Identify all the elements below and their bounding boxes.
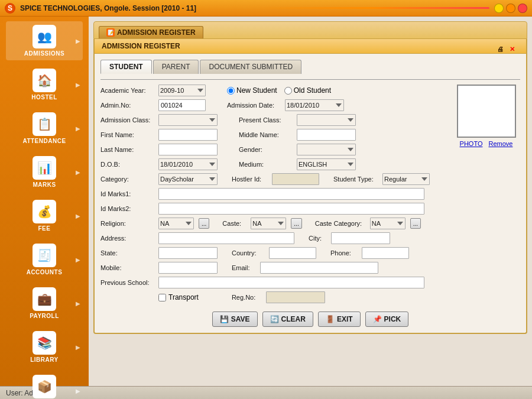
tab-parent[interactable]: PARENT bbox=[153, 60, 199, 74]
label-category: Category: bbox=[100, 176, 154, 183]
tab-student[interactable]: STUDENT bbox=[100, 60, 152, 74]
sidebar-item-admissions[interactable]: 👥 ADMISSIONS ▶ bbox=[6, 21, 83, 60]
content-area: 📝 ADMISSION REGISTER ADMISSION REGISTER … bbox=[89, 17, 532, 386]
card-close-icon[interactable]: ✕ bbox=[507, 44, 517, 54]
input-mobile[interactable] bbox=[158, 262, 218, 274]
select-dob[interactable]: 18/01/2010 bbox=[158, 158, 218, 170]
sidebar-label-payroll: PAYROLL bbox=[30, 313, 59, 319]
select-admission-date[interactable]: 18/01/2010 bbox=[285, 99, 344, 111]
row-lastname: Last Name: Gender: bbox=[100, 144, 447, 155]
stores-icon: 📦 bbox=[33, 375, 56, 398]
row-address: Address: City: bbox=[100, 232, 447, 244]
input-id-marks2[interactable] bbox=[158, 203, 424, 215]
sidebar-item-payroll[interactable]: 💼 PAYROLL ▶ bbox=[6, 284, 83, 323]
label-mobile: Mobile: bbox=[100, 264, 154, 271]
row-transport: Transport Reg.No: bbox=[100, 291, 447, 303]
select-medium[interactable]: ENGLISH bbox=[297, 158, 356, 170]
input-phone[interactable] bbox=[362, 247, 409, 259]
sidebar-item-library[interactable]: 📚 LIBRARY ▶ bbox=[6, 327, 83, 366]
btn-caste-cat-add[interactable]: ... bbox=[410, 218, 421, 229]
sidebar-arrow-marks: ▶ bbox=[76, 169, 80, 176]
sidebar-arrow-accounts: ▶ bbox=[76, 257, 80, 263]
minimize-button[interactable] bbox=[494, 4, 504, 13]
inner-tabs: STUDENT PARENT DOCUMENT SUBMITTED bbox=[100, 60, 520, 74]
tab-documents[interactable]: DOCUMENT SUBMITTED bbox=[200, 60, 301, 74]
select-caste[interactable]: NA bbox=[251, 218, 286, 229]
select-category[interactable]: DayScholar bbox=[158, 173, 218, 185]
radio-new-student[interactable]: New Student bbox=[227, 86, 277, 95]
checkbox-transport-label[interactable]: Transport bbox=[158, 293, 199, 301]
input-country[interactable] bbox=[269, 247, 316, 259]
label-caste: Caste: bbox=[222, 220, 246, 227]
exit-icon: 🚪 bbox=[326, 315, 335, 323]
label-phone: Phone: bbox=[330, 249, 357, 257]
sidebar-item-attendance[interactable]: 📋 ATTENDANCE ▶ bbox=[6, 109, 83, 148]
clear-button[interactable]: 🔄 CLEAR bbox=[262, 312, 313, 327]
sidebar-item-hostel[interactable]: 🏠 HOSTEL ▶ bbox=[6, 65, 83, 104]
exit-button[interactable]: 🚪 EXIT bbox=[318, 312, 361, 327]
label-caste-category: Caste Category: bbox=[315, 220, 365, 227]
label-reg-no: Reg.No: bbox=[232, 294, 261, 301]
save-button[interactable]: 💾 SAVE bbox=[212, 312, 258, 327]
pick-icon: 📌 bbox=[373, 315, 382, 323]
sidebar-item-fee[interactable]: 💰 FEE ▶ bbox=[6, 196, 83, 235]
input-id-marks1[interactable] bbox=[158, 188, 424, 200]
row-firstname: First Name: Middle Name: bbox=[100, 129, 447, 141]
input-middle-name[interactable] bbox=[297, 129, 356, 141]
row-state: State: Country: Phone: bbox=[100, 247, 447, 259]
module-tab-admission[interactable]: 📝 ADMISSION REGISTER bbox=[99, 26, 203, 38]
label-state: State: bbox=[100, 249, 154, 257]
photo-area: PHOTO Remove bbox=[452, 85, 520, 147]
select-present-class[interactable] bbox=[297, 114, 356, 126]
label-last-name: Last Name: bbox=[100, 146, 154, 153]
sidebar-label-library: LIBRARY bbox=[30, 356, 59, 363]
radio-old-student[interactable]: Old Student bbox=[284, 86, 331, 95]
input-hostler-id[interactable] bbox=[272, 173, 319, 185]
sidebar-arrow-admissions: ▶ bbox=[76, 38, 80, 44]
input-reg-no[interactable] bbox=[266, 291, 325, 303]
photo-remove-link[interactable]: Remove bbox=[488, 140, 512, 147]
accounts-icon: 🧾 bbox=[33, 244, 56, 267]
input-admin-no[interactable] bbox=[158, 99, 206, 111]
label-id-marks2: Id Marks2: bbox=[100, 205, 154, 212]
sidebar-item-accounts[interactable]: 🧾 ACCOUNTS ▶ bbox=[6, 240, 83, 279]
row-admin: Admin.No: Admission Date: 18/01/2010 bbox=[100, 99, 447, 111]
input-email[interactable] bbox=[260, 262, 378, 274]
form-main-layout: Academic Year: 2009-10 New Student bbox=[100, 85, 520, 303]
select-caste-category[interactable]: NA bbox=[370, 218, 406, 229]
sidebar-item-marks[interactable]: 📊 MARKS ▶ bbox=[6, 153, 83, 192]
input-address[interactable] bbox=[158, 232, 294, 244]
input-previous-school[interactable] bbox=[158, 277, 424, 288]
checkbox-transport[interactable] bbox=[158, 294, 166, 301]
input-city[interactable] bbox=[331, 232, 390, 244]
hostel-icon: 🏠 bbox=[33, 69, 56, 92]
sidebar-label-admissions: ADMISSIONS bbox=[24, 50, 64, 57]
marks-icon: 📊 bbox=[33, 156, 56, 180]
sidebar-arrow-fee: ▶ bbox=[76, 213, 80, 219]
input-state[interactable] bbox=[158, 247, 218, 259]
select-gender[interactable] bbox=[297, 144, 356, 155]
input-first-name[interactable] bbox=[158, 129, 218, 141]
select-academic-year[interactable]: 2009-10 bbox=[158, 85, 206, 96]
photo-link[interactable]: PHOTO bbox=[460, 140, 483, 147]
sidebar-arrow-attendance: ▶ bbox=[76, 125, 80, 132]
select-admission-class[interactable] bbox=[158, 114, 218, 126]
payroll-icon: 💼 bbox=[33, 287, 56, 311]
label-gender: Gender: bbox=[239, 146, 292, 153]
select-student-type[interactable]: Regular bbox=[382, 173, 430, 185]
card-print-icon[interactable]: 🖨 bbox=[495, 44, 505, 54]
input-last-name[interactable] bbox=[158, 144, 218, 155]
row-category: Category: DayScholar Hostler Id: Student… bbox=[100, 173, 447, 185]
label-religion: Religion: bbox=[100, 220, 154, 227]
btn-caste-add[interactable]: ... bbox=[291, 218, 301, 229]
pick-button[interactable]: 📌 PICK bbox=[365, 312, 409, 327]
label-admin-no: Admin.No: bbox=[100, 102, 154, 109]
label-admission-date: Admission Date: bbox=[227, 102, 280, 109]
btn-religion-add[interactable]: ... bbox=[199, 218, 209, 229]
maximize-button[interactable] bbox=[506, 4, 515, 13]
row-id-marks1: Id Marks1: bbox=[100, 188, 447, 200]
row-prev-school: Previous School: bbox=[100, 277, 447, 288]
close-button[interactable] bbox=[518, 4, 527, 13]
sidebar-item-stores[interactable]: 📦 STORES ▶ bbox=[6, 371, 83, 399]
select-religion[interactable]: NA bbox=[158, 218, 194, 229]
